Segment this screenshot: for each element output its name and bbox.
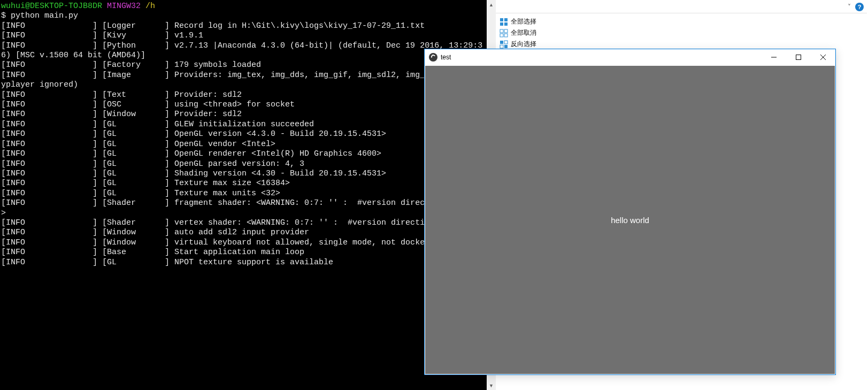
app-title: test <box>441 53 451 61</box>
invert-selection-icon <box>500 40 508 49</box>
help-icon[interactable]: ? <box>855 3 864 11</box>
terminal-user: wuhui@DESKTOP-TOJB8DR <box>1 2 102 11</box>
kivy-app-window[interactable]: test hello world <box>424 49 836 375</box>
svg-rect-4 <box>500 29 503 33</box>
scroll-up-icon[interactable]: ▲ <box>487 0 496 9</box>
select-none-label: 全部取消 <box>511 28 536 37</box>
terminal-output: [INFO ] [Logger ] Record log in H:\Git\.… <box>1 21 482 267</box>
svg-rect-11 <box>504 45 508 48</box>
invert-selection-button[interactable]: 反向选择 <box>497 39 539 50</box>
svg-rect-7 <box>504 34 508 37</box>
hello-world-label: hello world <box>611 216 649 225</box>
help-label: ? <box>858 4 862 10</box>
explorer-divider <box>496 13 867 13</box>
maximize-icon <box>796 55 801 60</box>
terminal-command: $ python main.py <box>1 11 78 20</box>
minimize-icon <box>771 55 777 60</box>
terminal-env: MINGW32 <box>107 2 141 11</box>
svg-rect-13 <box>796 55 801 60</box>
svg-rect-0 <box>500 18 503 21</box>
terminal-path: /h <box>145 2 155 11</box>
select-none-icon <box>500 29 508 37</box>
terminal-window[interactable]: wuhui@DESKTOP-TOJB8DR MINGW32 /h $ pytho… <box>0 0 487 390</box>
select-none-button[interactable]: 全部取消 <box>497 27 539 39</box>
maximize-button[interactable] <box>786 49 811 65</box>
svg-rect-8 <box>500 41 503 44</box>
close-button[interactable] <box>811 49 835 65</box>
select-all-label: 全部选择 <box>511 17 536 26</box>
close-icon <box>820 55 826 60</box>
svg-rect-10 <box>500 45 503 48</box>
app-client-area: hello world <box>425 66 835 374</box>
svg-rect-6 <box>500 34 503 37</box>
svg-rect-1 <box>504 18 508 21</box>
kivy-icon <box>429 53 437 62</box>
select-all-button[interactable]: 全部选择 <box>497 16 539 27</box>
app-titlebar[interactable]: test <box>425 49 835 65</box>
svg-rect-3 <box>504 22 508 26</box>
svg-rect-2 <box>500 22 503 26</box>
minimize-button[interactable] <box>762 49 786 65</box>
select-all-icon <box>500 18 508 26</box>
selection-ribbon-group: 全部选择 全部取消 反向选择 <box>497 16 539 50</box>
svg-rect-5 <box>504 29 508 33</box>
ribbon-collapse-icon[interactable]: ˅ <box>848 3 851 11</box>
scroll-down-icon[interactable]: ▼ <box>487 381 496 390</box>
invert-selection-label: 反向选择 <box>511 40 536 49</box>
svg-rect-9 <box>504 41 508 44</box>
